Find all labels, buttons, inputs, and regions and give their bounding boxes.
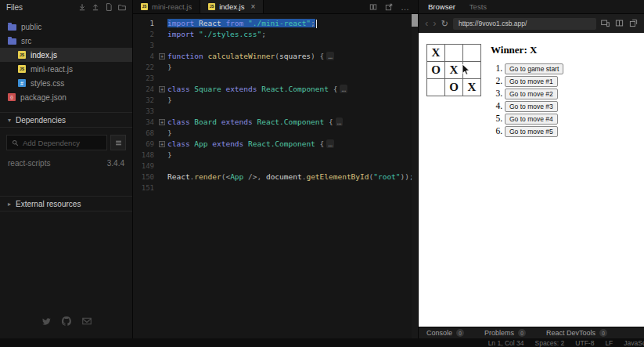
board-square-2-0[interactable] bbox=[426, 78, 445, 96]
fold-expand-icon[interactable]: + bbox=[159, 53, 165, 60]
new-folder-icon[interactable] bbox=[118, 3, 126, 11]
move-button-2[interactable]: Go to move #2 bbox=[505, 89, 558, 99]
code-line-148[interactable]: 148} bbox=[133, 150, 418, 161]
new-file-icon[interactable] bbox=[105, 3, 113, 11]
close-tab-icon[interactable]: × bbox=[250, 2, 255, 11]
code-line-24[interactable]: 24+class Square extends React.Component … bbox=[133, 84, 418, 95]
preview-tab-tests[interactable]: Tests bbox=[470, 2, 487, 11]
code-line-69[interactable]: 69+class App extends React.Component {… bbox=[133, 139, 418, 150]
board-square-2-2[interactable]: X bbox=[462, 78, 481, 96]
move-button-5[interactable]: Go to move #5 bbox=[505, 126, 558, 137]
url-bar[interactable]: https://9vovo1.csb.app/ bbox=[453, 18, 596, 30]
code-line-68[interactable]: 68} bbox=[133, 128, 418, 139]
add-dependency-input[interactable]: Add Dependency bbox=[6, 135, 107, 150]
move-button-4[interactable]: Go to move #4 bbox=[505, 114, 558, 125]
dependency-list-button[interactable] bbox=[110, 135, 126, 150]
code-line-3[interactable]: 3 bbox=[133, 40, 418, 51]
folder-icon bbox=[8, 38, 16, 45]
code-line-4[interactable]: 4+function calculateWinner(squares) {… bbox=[133, 51, 418, 62]
move-button-3[interactable]: Go to move #3 bbox=[505, 101, 558, 112]
split-editor-icon[interactable] bbox=[369, 0, 377, 14]
editor-tab-mini-react.js[interactable]: JSmini-react.js bbox=[133, 0, 200, 13]
panel-react-devtools[interactable]: React DevTools0 bbox=[546, 329, 607, 337]
mail-icon[interactable] bbox=[82, 315, 92, 329]
board-square-0-0[interactable]: X bbox=[426, 44, 445, 62]
fold-expand-icon[interactable]: + bbox=[159, 119, 165, 125]
code-line-32[interactable]: 32} bbox=[133, 95, 418, 106]
move-button-0[interactable]: Go to game start bbox=[505, 63, 563, 74]
console-bar: Console0Problems0React DevTools0 bbox=[419, 327, 644, 338]
add-dependency-placeholder: Add Dependency bbox=[23, 139, 80, 147]
status-item[interactable]: JavaScript bbox=[624, 339, 644, 347]
scrollbar-thumb[interactable] bbox=[412, 14, 418, 27]
file-item-mini-react.js[interactable]: JSmini-react.js bbox=[0, 62, 132, 76]
github-icon[interactable] bbox=[62, 315, 71, 329]
editor-tab-index.js[interactable]: JSindex.js× bbox=[200, 0, 264, 13]
move-list-item: Go to game start bbox=[505, 63, 563, 74]
more-options-icon[interactable]: … bbox=[401, 4, 410, 10]
twitter-icon[interactable] bbox=[41, 315, 51, 329]
line-number: 1 bbox=[133, 18, 157, 29]
open-new-window-icon[interactable] bbox=[629, 16, 638, 31]
code-text: import "./styles.css"; bbox=[167, 29, 418, 40]
fold-expand-icon[interactable]: + bbox=[159, 86, 165, 92]
status-item[interactable]: Spaces: 2 bbox=[534, 339, 564, 347]
status-item[interactable]: LF bbox=[605, 339, 613, 347]
code-line-151[interactable]: 151 bbox=[133, 183, 418, 193]
line-number: 150 bbox=[133, 172, 157, 183]
file-name: public bbox=[21, 23, 41, 31]
js-file-icon: JS bbox=[208, 3, 215, 10]
board-square-0-1[interactable] bbox=[444, 44, 463, 62]
dependency-row[interactable]: react-scripts 3.4.4 bbox=[0, 154, 132, 175]
line-number: 149 bbox=[133, 161, 157, 172]
fold-gutter: + bbox=[157, 119, 167, 125]
code-line-1[interactable]: 1import React from "./mini-react"; bbox=[133, 18, 418, 29]
code-line-23[interactable]: 23 bbox=[133, 73, 418, 84]
board-square-1-0[interactable]: O bbox=[426, 61, 445, 79]
panel-console[interactable]: Console0 bbox=[426, 329, 464, 337]
code-line-149[interactable]: 149 bbox=[133, 161, 418, 172]
file-item-styles.css[interactable]: #styles.css bbox=[0, 76, 132, 90]
editor-scrollbar[interactable] bbox=[412, 14, 418, 338]
move-button-1[interactable]: Go to move #1 bbox=[505, 76, 558, 87]
json-file-icon: {} bbox=[8, 93, 16, 101]
back-button[interactable]: ‹ bbox=[425, 20, 428, 27]
code-line-22[interactable]: 22} bbox=[133, 62, 418, 73]
split-preview-icon[interactable] bbox=[615, 16, 624, 31]
file-item-public[interactable]: public bbox=[0, 20, 132, 34]
status-item[interactable]: Ln 1, Col 34 bbox=[488, 339, 524, 347]
forward-button[interactable]: › bbox=[433, 20, 436, 27]
refresh-button[interactable]: ↻ bbox=[441, 20, 448, 27]
code-line-150[interactable]: 150React.render(<App />, document.getEle… bbox=[133, 172, 418, 183]
upload-icon[interactable] bbox=[92, 3, 99, 11]
board-square-1-1[interactable]: X bbox=[444, 61, 463, 79]
code-line-2[interactable]: 2import "./styles.css"; bbox=[133, 29, 418, 40]
file-item-index.js[interactable]: JSindex.js bbox=[0, 48, 132, 62]
file-item-src[interactable]: src bbox=[0, 34, 132, 48]
external-resources-section-header[interactable]: ▸ External resources bbox=[0, 196, 132, 211]
file-name: mini-react.js bbox=[31, 65, 73, 74]
file-item-package.json[interactable]: {}package.json bbox=[0, 90, 132, 104]
mouse-cursor bbox=[462, 63, 470, 76]
code-line-33[interactable]: 33 bbox=[133, 106, 418, 117]
line-number: 151 bbox=[133, 183, 157, 193]
game-status: Winner: X bbox=[491, 44, 563, 56]
fold-expand-icon[interactable]: + bbox=[159, 141, 165, 147]
open-preview-icon[interactable] bbox=[385, 0, 393, 14]
board-square-2-1[interactable]: O bbox=[444, 78, 463, 96]
code-line-34[interactable]: 34+class Board extends React.Component {… bbox=[133, 117, 418, 128]
status-item[interactable]: UTF-8 bbox=[575, 339, 594, 347]
sidebar-footer bbox=[0, 315, 132, 329]
panel-problems[interactable]: Problems0 bbox=[484, 329, 526, 337]
dependencies-section-header[interactable]: ▾ Dependencies bbox=[0, 112, 132, 128]
preview-tab-browser[interactable]: Browser bbox=[428, 2, 455, 11]
responsive-mode-icon[interactable] bbox=[601, 16, 610, 31]
code-area[interactable]: 1import React from "./mini-react";2impor… bbox=[133, 14, 418, 338]
line-number: 32 bbox=[133, 95, 157, 106]
download-icon[interactable] bbox=[78, 3, 86, 11]
file-name: index.js bbox=[31, 51, 57, 60]
code-text: class App extends React.Component {… bbox=[167, 139, 418, 150]
board-square-0-2[interactable] bbox=[462, 44, 481, 62]
move-list-item: Go to move #5 bbox=[505, 126, 563, 137]
codesandbox-app: Files publicsrcJSindex.jsJSmini-react.js… bbox=[0, 0, 644, 347]
